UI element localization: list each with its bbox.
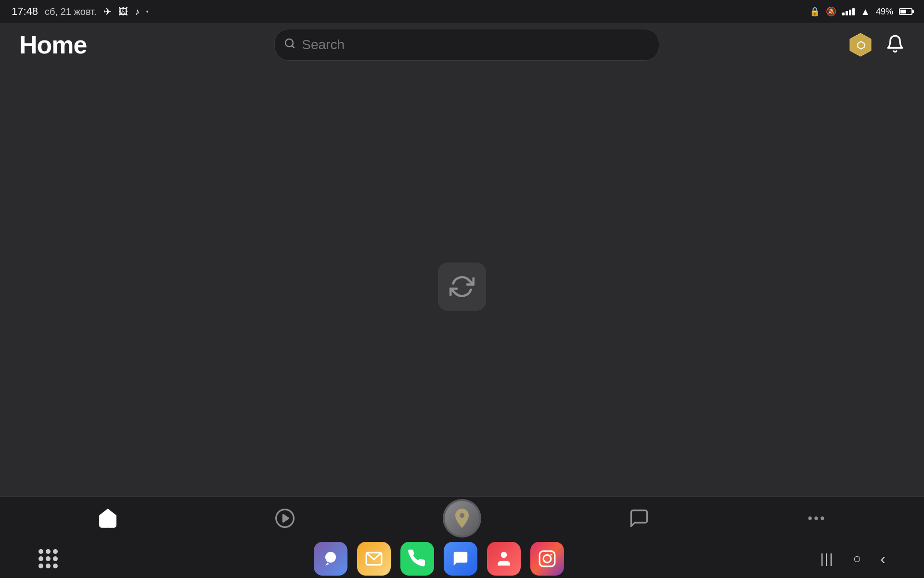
system-bar: ||| ○ ‹ xyxy=(0,539,924,578)
svg-point-8 xyxy=(821,516,824,520)
status-bar: 17:48 сб, 21 жовт. ✈ 🖼 ♪ • 🔒 🔕 ▲ 49% xyxy=(0,0,924,23)
status-dot: • xyxy=(146,8,149,15)
search-container xyxy=(274,29,659,61)
svg-rect-12 xyxy=(539,551,555,566)
nav-play[interactable] xyxy=(266,499,304,538)
app-drawer-button[interactable] xyxy=(38,549,58,568)
dock-instagram-app[interactable] xyxy=(530,542,564,576)
telegram-icon: ✈ xyxy=(103,6,112,17)
reload-button[interactable] xyxy=(438,263,486,311)
nav-avatar[interactable] xyxy=(443,499,481,538)
home-button[interactable]: ○ xyxy=(853,551,861,566)
tiktok-icon: ♪ xyxy=(135,6,140,17)
svg-line-1 xyxy=(292,46,294,48)
back-button[interactable]: ‹ xyxy=(880,550,886,568)
status-left: 17:48 сб, 21 жовт. ✈ 🖼 ♪ • xyxy=(12,5,149,18)
dock-icons xyxy=(58,542,821,576)
nav-home[interactable] xyxy=(89,499,127,538)
lock-icon: 🔒 xyxy=(809,6,820,17)
svg-point-6 xyxy=(808,516,812,520)
dock-bubble-app[interactable] xyxy=(314,542,347,576)
battery-icon xyxy=(899,8,912,15)
search-icon xyxy=(284,38,295,52)
status-time: 17:48 xyxy=(12,5,38,18)
dock-mail-app[interactable] xyxy=(357,542,391,576)
notification-bell[interactable] xyxy=(886,34,905,55)
system-nav-buttons: ||| ○ ‹ xyxy=(821,550,886,568)
svg-point-9 xyxy=(325,552,336,563)
svg-point-14 xyxy=(551,554,552,555)
nav-chat[interactable] xyxy=(620,499,658,538)
system-bar-left xyxy=(38,549,58,568)
status-right: 🔒 🔕 ▲ 49% xyxy=(809,6,912,17)
svg-text:⬡: ⬡ xyxy=(856,40,864,51)
search-input[interactable] xyxy=(274,29,659,61)
avatar-inner xyxy=(445,501,479,536)
bottom-nav xyxy=(0,496,924,539)
svg-point-7 xyxy=(814,516,818,520)
app-header: Home ⬡ xyxy=(0,23,924,66)
recent-apps-button[interactable]: ||| xyxy=(821,551,834,566)
svg-point-11 xyxy=(501,552,507,558)
main-content xyxy=(0,66,924,507)
dock-messages-app[interactable] xyxy=(444,542,477,576)
hex-icon[interactable]: ⬡ xyxy=(847,31,874,58)
image-icon: 🖼 xyxy=(118,6,128,17)
battery-percent: 49% xyxy=(876,7,893,17)
dock-contacts-app[interactable] xyxy=(487,542,521,576)
page-title: Home xyxy=(19,30,87,59)
grid-icon xyxy=(38,549,58,568)
mute-icon: 🔕 xyxy=(826,6,836,17)
header-right: ⬡ xyxy=(847,31,905,58)
svg-marker-5 xyxy=(283,514,288,522)
signal-icon xyxy=(842,8,855,15)
status-date: сб, 21 жовт. xyxy=(45,6,97,17)
wifi-icon: ▲ xyxy=(860,6,870,17)
nav-more[interactable] xyxy=(797,499,835,538)
dock-phone-app[interactable] xyxy=(400,542,434,576)
svg-point-13 xyxy=(543,555,551,563)
